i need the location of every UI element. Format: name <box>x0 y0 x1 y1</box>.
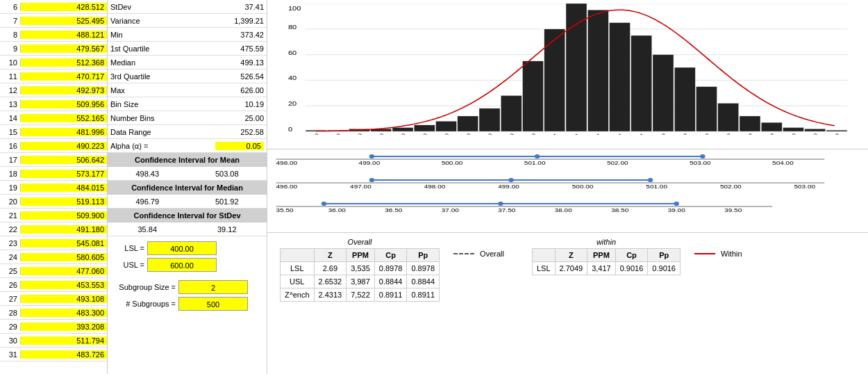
svg-text:531: 531 <box>634 132 646 135</box>
svg-point-86 <box>508 178 514 182</box>
svg-rect-36 <box>826 130 847 131</box>
svg-text:409: 409 <box>374 132 385 135</box>
table-row: 18573.177 <box>0 167 107 181</box>
svg-text:35.50: 35.50 <box>276 207 294 213</box>
row-value: 511.794 <box>21 336 107 345</box>
table-row: 13509.956 <box>0 97 107 111</box>
row-value: 509.900 <box>21 211 107 220</box>
stat-value: 499.13 <box>240 58 264 67</box>
svg-text:38.00: 38.00 <box>555 207 572 213</box>
stat-value: 1,399.21 <box>234 17 264 25</box>
ci-stdev-header: Confidence Interval for StDev <box>108 209 267 222</box>
legend-section: Overall <box>453 250 504 258</box>
svg-text:37.00: 37.00 <box>442 207 459 213</box>
alpha-value[interactable]: 0.05 <box>215 142 264 150</box>
table-row: USL 2.6532 3,987 0.8844 0.8844 <box>281 275 440 288</box>
svg-text:499.00: 499.00 <box>359 160 381 166</box>
row-value: 545.081 <box>21 239 107 247</box>
row-pp: 0.8844 <box>407 275 440 288</box>
lsl-input[interactable]: 400.00 <box>147 241 217 255</box>
subgroup-size-input[interactable]: 2 <box>178 280 248 294</box>
row-value: 493.108 <box>21 295 107 303</box>
row-number: 21 <box>0 211 21 220</box>
row-value: 481.996 <box>21 128 107 136</box>
svg-rect-29 <box>674 67 695 131</box>
svg-rect-19 <box>458 116 478 131</box>
stat-value: 252.58 <box>240 128 264 136</box>
stat-row: 1st Quartile475.59 <box>108 42 267 56</box>
svg-text:498.00: 498.00 <box>276 160 298 166</box>
ci-median-high: 501.92 <box>215 197 239 206</box>
row-number: 19 <box>0 184 21 192</box>
ci-stdev-low: 35.84 <box>137 225 157 234</box>
row-value: 483.300 <box>21 309 107 317</box>
stat-value: 373.42 <box>240 31 264 39</box>
row-number: 10 <box>0 58 21 67</box>
overall-col-ppm: PPM <box>347 249 375 262</box>
svg-text:603: 603 <box>786 132 798 135</box>
table-row: 8488.121 <box>0 28 107 42</box>
row-number: 8 <box>0 31 21 39</box>
stat-row: Min373.42 <box>108 28 267 42</box>
svg-text:20: 20 <box>288 100 297 107</box>
row-number: 11 <box>0 72 21 81</box>
row-value: 509.956 <box>21 100 107 108</box>
svg-text:502.00: 502.00 <box>607 160 628 166</box>
row-value: 484.015 <box>21 184 107 192</box>
overall-title: Overall <box>280 236 440 248</box>
svg-text:500.00: 500.00 <box>572 184 594 190</box>
svg-rect-32 <box>740 116 760 131</box>
row-z: 2.4313 <box>314 288 347 302</box>
svg-text:562: 562 <box>699 132 711 135</box>
stat-value: 10.19 <box>244 100 264 108</box>
alpha-label: Alpha (α) = <box>110 142 148 150</box>
table-row: 21509.900 <box>0 209 107 222</box>
svg-text:100: 100 <box>288 5 301 12</box>
svg-text:496.00: 496.00 <box>276 184 298 190</box>
svg-text:491: 491 <box>547 132 559 135</box>
row-value: 506.642 <box>21 156 107 164</box>
row-value: 393.208 <box>21 323 107 331</box>
ci-mean-header: Confidence Interval for Mean <box>108 153 267 167</box>
row-label: LSL <box>281 262 315 275</box>
svg-point-85 <box>369 178 375 182</box>
data-column: 6428.5127525.4958488.1219479.56710512.36… <box>0 0 108 374</box>
stat-value: 526.54 <box>240 72 264 81</box>
svg-text:80: 80 <box>288 24 297 31</box>
svg-point-101 <box>674 202 679 206</box>
table-row: 11470.717 <box>0 70 107 83</box>
stat-label: Median <box>110 58 135 67</box>
row-value: 470.717 <box>21 72 107 81</box>
svg-text:503.00: 503.00 <box>794 184 815 190</box>
tables-section: Overall Z PPM Cp Pp LSL 2.69 3,535 0.897… <box>267 233 868 374</box>
table-row: 17506.642 <box>0 153 107 167</box>
stat-label: Min <box>110 31 123 39</box>
table-row: LSL 2.69 3,535 0.8978 0.8978 <box>281 262 440 275</box>
svg-text:501.00: 501.00 <box>646 184 667 190</box>
table-row: 14552.165 <box>0 111 107 125</box>
svg-text:511: 511 <box>591 132 603 135</box>
row-value: 490.223 <box>21 142 107 150</box>
overall-col-empty <box>281 249 315 262</box>
row-value: 488.121 <box>21 31 107 39</box>
stats-panel: StDev37.41Variance1,399.21Min373.421st Q… <box>108 0 267 374</box>
row-cp: 0.8911 <box>374 288 407 302</box>
row-number: 25 <box>0 267 21 275</box>
usl-input[interactable]: 600.00 <box>147 258 217 272</box>
usl-row: USL = 600.00 <box>109 257 265 273</box>
svg-text:582: 582 <box>743 132 755 135</box>
row-number: 20 <box>0 197 21 206</box>
lsl-usl-section: LSL = 400.00 USL = 600.00 <box>108 239 267 275</box>
row-number: 23 <box>0 239 21 247</box>
row-z: 2.7049 <box>555 262 587 275</box>
row-number: 6 <box>0 3 21 11</box>
table-row: 19484.015 <box>0 181 107 195</box>
svg-text:501.00: 501.00 <box>524 160 546 166</box>
table-row: LSL 2.7049 3,417 0.9016 0.9016 <box>532 262 680 275</box>
row-ppm: 3,535 <box>347 262 375 275</box>
row-number: 15 <box>0 128 21 136</box>
num-subgroups-label: # Subgroups = <box>109 300 178 308</box>
svg-text:613: 613 <box>808 132 819 135</box>
svg-rect-23 <box>544 29 565 131</box>
svg-text:39.50: 39.50 <box>724 207 742 213</box>
